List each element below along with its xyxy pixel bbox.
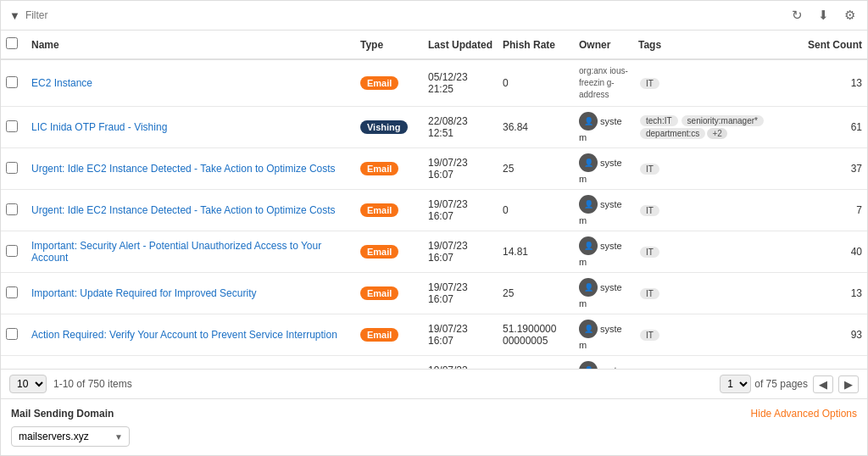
select-all-checkbox[interactable] (6, 37, 18, 49)
tags-cell: IT (633, 148, 803, 190)
table-row: EC2 InstanceEmail05/12/23 21:250org:anx … (1, 59, 867, 107)
sent-count: 93 (803, 314, 867, 356)
last-updated: 05/12/23 21:25 (423, 59, 498, 107)
domain-select[interactable]: mailservers.xyz (11, 426, 130, 447)
phish-rate: 51.1900000 00000005 (498, 314, 574, 356)
row-checkbox[interactable] (6, 162, 18, 174)
tags-cell: IT (633, 231, 803, 273)
owner-cell: 👤syste m (574, 314, 633, 356)
phish-rate: 25 (498, 273, 574, 314)
advanced-title: Mail Sending Domain (11, 408, 114, 420)
campaigns-table: Name Type Last Updated Phish Rate Owner … (1, 31, 867, 369)
sent-count: 40 (803, 231, 867, 273)
phish-rate: 36.84 (498, 107, 574, 148)
owner-cell: org:anx ious- freezin g- address (574, 59, 633, 107)
pagination-right: 1 of 75 pages ◀ ▶ (720, 375, 859, 393)
page-input-wrap: 1 of 75 pages (720, 375, 808, 393)
campaign-name-link[interactable]: Action Required: Verify Your Account to … (31, 329, 337, 341)
tag-badge: IT (640, 288, 659, 299)
pages-info: of 75 pages (754, 378, 808, 390)
tag-badge: seniority:manager* (682, 115, 764, 126)
tag-badge: IT (640, 205, 659, 216)
avatar: 👤 (579, 236, 598, 255)
items-info: 1-10 of 750 items (53, 378, 132, 390)
sent-count: 37 (803, 148, 867, 190)
page-size-select[interactable]: 10 25 50 (9, 375, 47, 393)
last-updated: 22/08/23 12:51 (423, 107, 498, 148)
row-checkbox[interactable] (6, 120, 18, 132)
domain-select-wrap: mailservers.xyz ▼ (11, 426, 130, 447)
page-select[interactable]: 1 (720, 375, 751, 393)
row-checkbox[interactable] (6, 76, 18, 88)
campaign-name-link[interactable]: Important: Security Alert - Potential Un… (31, 240, 321, 264)
sent-count: 61 (803, 107, 867, 148)
table-container: Name Type Last Updated Phish Rate Owner … (1, 31, 867, 369)
filter-input[interactable] (25, 9, 788, 21)
owner-cell: 👤syste m (574, 107, 633, 148)
owner-org-label: org:anx ious- freezin g- address (579, 65, 628, 101)
campaign-name-link[interactable]: Important: Update Required for Improved … (31, 287, 256, 299)
table-row: LIC Inida OTP Fraud - VishingVishing22/0… (1, 107, 867, 148)
sent-count: 10 (803, 356, 867, 370)
avatar: 👤 (579, 153, 598, 172)
tag-badge: IT (640, 78, 659, 89)
table-body: EC2 InstanceEmail05/12/23 21:250org:anx … (1, 59, 867, 369)
table-header-row: Name Type Last Updated Phish Rate Owner … (1, 31, 867, 59)
toolbar-actions: ↻ ⬇ ⚙ (788, 6, 859, 25)
table-row: Urgent: Idle EC2 Instance Detected - Tak… (1, 148, 867, 190)
campaign-name-link[interactable]: LIC Inida OTP Fraud - Vishing (31, 121, 167, 133)
avatar: 👤 (579, 112, 598, 131)
header-tags: Tags (633, 31, 803, 59)
avatar: 👤 (579, 278, 598, 297)
phish-rate: 0 (498, 59, 574, 107)
campaign-name-link[interactable]: EC2 Instance (31, 77, 92, 89)
tags-cell: IT (633, 314, 803, 356)
last-updated: 19/07/23 16:07 (423, 231, 498, 273)
owner-cell: 👤syste m (574, 231, 633, 273)
header-type: Type (355, 31, 423, 59)
main-container: ▼ ↻ ⬇ ⚙ Name Type Last Updated Phish Rat… (0, 0, 868, 456)
header-sent-count: Sent Count (803, 31, 867, 59)
row-checkbox[interactable] (6, 286, 18, 298)
sent-count: 7 (803, 190, 867, 231)
pagination-bar: 10 25 50 1-10 of 750 items 1 of 75 pages… (1, 369, 867, 398)
type-badge: Email (360, 286, 398, 300)
header-owner: Owner (574, 31, 633, 59)
header-last-updated: Last Updated (423, 31, 498, 59)
tags-cell: IT (633, 273, 803, 314)
last-updated: 19/07/23 16:07 (423, 314, 498, 356)
type-badge: Email (360, 203, 398, 217)
owner-cell: 👤syste m (574, 148, 633, 190)
row-checkbox[interactable] (6, 245, 18, 257)
row-checkbox[interactable] (6, 328, 18, 340)
header-name: Name (26, 31, 355, 59)
advanced-header: Mail Sending Domain Hide Advanced Option… (11, 408, 857, 420)
last-updated: 19/07/23 16:07 (423, 356, 498, 370)
hide-advanced-button[interactable]: Hide Advanced Options (751, 408, 857, 420)
type-badge: Email (360, 162, 398, 175)
table-row: Urgent: Idle EC2 Instance Detected - Tak… (1, 190, 867, 231)
last-updated: 19/07/23 16:07 (423, 148, 498, 190)
download-button[interactable]: ⬇ (815, 6, 832, 25)
tags-cell: tech:ITseniority:manager*department:cs+2 (633, 107, 803, 148)
prev-page-button[interactable]: ◀ (813, 375, 833, 393)
last-updated: 19/07/23 16:07 (423, 190, 498, 231)
table-row: Important: Security Alert - Potential Un… (1, 231, 867, 273)
tags-more-badge: +2 (707, 128, 726, 139)
campaign-name-link[interactable]: Urgent: Idle EC2 Instance Detected - Tak… (31, 163, 336, 175)
last-updated: 19/07/23 16:07 (423, 273, 498, 314)
refresh-button[interactable]: ↻ (788, 6, 806, 25)
tag-badge: IT (640, 330, 659, 341)
toolbar: ▼ ↻ ⬇ ⚙ (1, 1, 867, 31)
phish-rate: 14.81 (498, 231, 574, 273)
table-row: Action Required: Verify Your Account to … (1, 314, 867, 356)
settings-button[interactable]: ⚙ (841, 6, 859, 25)
type-badge: Email (360, 76, 398, 90)
row-checkbox[interactable] (6, 203, 18, 215)
next-page-button[interactable]: ▶ (838, 375, 859, 393)
campaign-name-link[interactable]: Urgent: Idle EC2 Instance Detected - Tak… (31, 204, 336, 216)
header-phish-rate: Phish Rate (498, 31, 574, 59)
sent-count: 13 (803, 273, 867, 314)
owner-cell: 👤syste m (574, 190, 633, 231)
tag-badge: IT (640, 164, 659, 175)
